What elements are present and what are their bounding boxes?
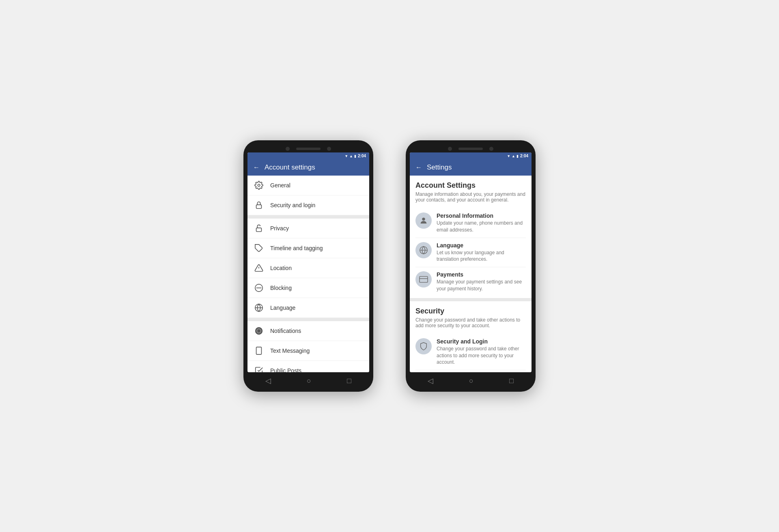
checkbox-icon — [254, 366, 264, 372]
back-button-left[interactable]: ← — [253, 164, 260, 171]
account-section-desc: Manage information about you, your payme… — [415, 191, 526, 203]
app-bar-title-right: Settings — [427, 163, 452, 172]
settings-item-timeline[interactable]: Timeline and tagging — [247, 238, 369, 258]
notifications-label: Notifications — [270, 328, 301, 334]
phone-speaker — [296, 148, 321, 150]
location-icon — [254, 263, 264, 273]
divider-1 — [247, 215, 369, 219]
detail-item-language[interactable]: Language Let us know your language and t… — [415, 238, 526, 268]
app-bar-right: ← Settings — [410, 159, 532, 176]
section-divider — [410, 298, 532, 301]
tag-icon — [254, 243, 264, 253]
phone-camera-right — [327, 147, 331, 151]
language-label: Language — [270, 305, 295, 311]
privacy-label: Privacy — [270, 225, 289, 232]
phone-top-bar — [247, 144, 369, 152]
status-icons-left: ▼ ▲ ▮ — [344, 154, 356, 158]
detail-item-payments[interactable]: Payments Manage your payment settings an… — [415, 267, 526, 296]
notifications-icon — [254, 326, 264, 336]
payments-text: Payments Manage your payment settings an… — [437, 271, 526, 292]
recent-nav-left[interactable]: □ — [347, 377, 351, 385]
timeline-label: Timeline and tagging — [270, 245, 323, 251]
home-nav-left[interactable]: ○ — [307, 377, 311, 385]
security-login-detail-title: Security and Login — [437, 338, 526, 345]
svg-rect-13 — [256, 347, 262, 354]
settings-item-security-login[interactable]: Security and login — [247, 195, 369, 215]
personal-info-text: Personal Information Update your name, p… — [437, 212, 526, 234]
svg-rect-1 — [256, 205, 262, 208]
lock-icon — [254, 200, 264, 210]
settings-item-location[interactable]: Location — [247, 258, 369, 278]
public-posts-label: Public Posts — [270, 367, 301, 372]
phone-camera-r2 — [489, 147, 493, 151]
security-login-detail-desc: Change your password and take other acti… — [437, 345, 526, 366]
settings-item-general[interactable]: General — [247, 176, 369, 195]
phone-camera — [286, 147, 290, 151]
status-time-left: 2:04 — [358, 154, 366, 158]
language-detail-desc: Let us know your language and translatio… — [437, 249, 526, 263]
phone-icon — [254, 346, 264, 356]
svg-rect-2 — [256, 228, 262, 232]
back-button-right[interactable]: ← — [415, 164, 422, 171]
phone-top-bar-right — [410, 144, 532, 152]
svg-point-15 — [422, 218, 425, 221]
phone-screen-left: ▼ ▲ ▮ 2:04 ← Account settings General — [247, 152, 369, 372]
status-icons-right: ▼ ▲ ▮ — [507, 154, 519, 158]
shield-icon — [415, 338, 432, 354]
detail-item-security-login[interactable]: Security and Login Change your password … — [415, 334, 526, 370]
settings-item-notifications[interactable]: Notifications — [247, 321, 369, 341]
app-bar-left: ← Account settings — [247, 159, 369, 176]
back-nav-left[interactable]: ◁ — [265, 376, 271, 385]
status-time-right: 2:04 — [520, 154, 528, 158]
settings-item-privacy[interactable]: Privacy — [247, 219, 369, 238]
personal-info-title: Personal Information — [437, 212, 526, 219]
phone-bottom-bar-right: ◁ ○ □ — [410, 372, 532, 388]
globe-icon — [254, 303, 264, 313]
settings-item-blocking[interactable]: Blocking — [247, 278, 369, 298]
detail-content: Account Settings Manage information abou… — [410, 176, 532, 372]
language-detail-title: Language — [437, 242, 526, 249]
svg-point-12 — [257, 329, 260, 332]
person-icon — [415, 212, 432, 229]
account-section-title: Account Settings — [415, 181, 526, 190]
payments-title: Payments — [437, 271, 526, 278]
gear-icon — [254, 180, 264, 190]
security-login-text: Security and Login Change your password … — [437, 338, 526, 366]
detail-item-personal-info[interactable]: Personal Information Update your name, p… — [415, 208, 526, 238]
text-messaging-label: Text Messaging — [270, 348, 310, 354]
settings-item-text-messaging[interactable]: Text Messaging — [247, 341, 369, 361]
lock-open-icon — [254, 223, 264, 233]
signal-icon-r: ▲ — [512, 154, 515, 158]
svg-point-0 — [258, 184, 260, 187]
signal-icon: ▲ — [349, 154, 353, 158]
phone-speaker-r — [458, 148, 483, 150]
back-nav-right[interactable]: ◁ — [428, 376, 433, 385]
phone-right: ▼ ▲ ▮ 2:04 ← Settings Account Settings M… — [406, 140, 536, 392]
status-bar-left: ▼ ▲ ▮ 2:04 — [247, 152, 369, 159]
status-bar-right: ▼ ▲ ▮ 2:04 — [410, 152, 532, 159]
phone-screen-right: ▼ ▲ ▮ 2:04 ← Settings Account Settings M… — [410, 152, 532, 372]
wifi-icon: ▼ — [344, 154, 348, 158]
block-icon — [254, 283, 264, 293]
language-text: Language Let us know your language and t… — [437, 242, 526, 263]
personal-info-desc: Update your name, phone numbers and emai… — [437, 220, 526, 234]
app-bar-title-left: Account settings — [265, 163, 315, 172]
security-section-desc: Change your password and take other acti… — [415, 317, 526, 328]
wifi-icon-r: ▼ — [507, 154, 510, 158]
globe-detail-icon — [415, 242, 432, 258]
phone-camera-r — [448, 147, 452, 151]
settings-item-public-posts[interactable]: Public Posts — [247, 361, 369, 372]
phone-left: ▼ ▲ ▮ 2:04 ← Account settings General — [243, 140, 373, 392]
settings-list: General Security and login — [247, 176, 369, 372]
general-label: General — [270, 182, 291, 189]
security-login-label: Security and login — [270, 202, 315, 208]
svg-rect-18 — [420, 277, 428, 283]
battery-icon: ▮ — [354, 154, 356, 158]
recent-nav-right[interactable]: □ — [509, 377, 514, 385]
payments-desc: Manage your payment settings and see you… — [437, 279, 526, 292]
settings-item-language[interactable]: Language — [247, 298, 369, 318]
security-section-title: Security — [415, 307, 526, 315]
account-section: Account Settings Manage information abou… — [410, 176, 532, 298]
battery-icon-r: ▮ — [516, 154, 519, 158]
home-nav-right[interactable]: ○ — [469, 377, 473, 385]
